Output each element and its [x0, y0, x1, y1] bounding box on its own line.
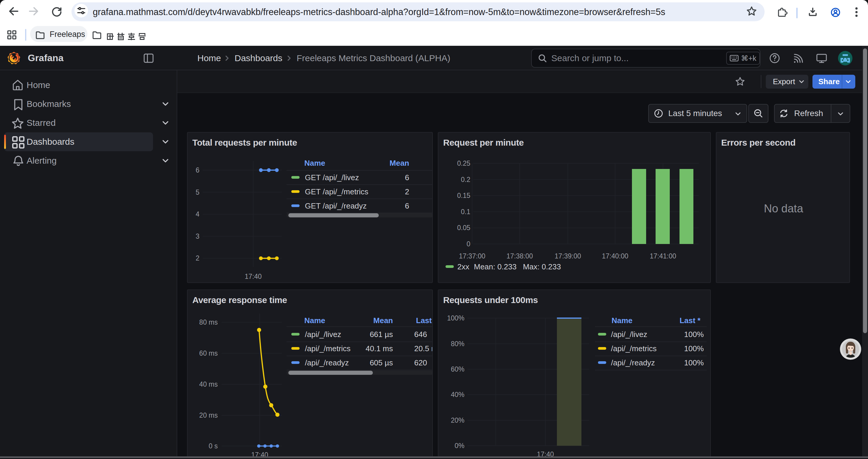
svg-text:17:40:00: 17:40:00: [602, 252, 628, 260]
svg-text:5: 5: [195, 189, 199, 196]
svg-text:17:38:00: 17:38:00: [506, 252, 533, 260]
svg-text:3: 3: [195, 232, 199, 240]
svg-text:0: 0: [466, 240, 470, 248]
svg-text:80%: 80%: [451, 340, 464, 348]
svg-text:20%: 20%: [451, 417, 464, 424]
svg-text:0 s: 0 s: [209, 442, 218, 450]
svg-text:0.05: 0.05: [457, 224, 470, 232]
svg-text:17:41:00: 17:41:00: [650, 252, 676, 260]
svg-text:20 ms: 20 ms: [199, 412, 218, 419]
svg-text:0.15: 0.15: [457, 192, 470, 199]
svg-text:80 ms: 80 ms: [199, 319, 218, 326]
svg-text:0.2: 0.2: [461, 176, 470, 184]
svg-text:0.25: 0.25: [457, 160, 470, 167]
svg-text:0%: 0%: [455, 442, 464, 450]
svg-text:100%: 100%: [447, 314, 464, 322]
svg-text:60 ms: 60 ms: [199, 350, 218, 357]
svg-text:4: 4: [195, 210, 199, 218]
svg-text:17:40: 17:40: [245, 273, 262, 280]
svg-text:6: 6: [195, 166, 199, 174]
svg-text:17:39:00: 17:39:00: [555, 252, 581, 260]
svg-text:60%: 60%: [451, 365, 464, 373]
svg-text:2: 2: [195, 254, 199, 262]
svg-text:0.1: 0.1: [461, 208, 470, 216]
svg-text:17:37:00: 17:37:00: [459, 252, 486, 260]
svg-text:40 ms: 40 ms: [199, 381, 218, 388]
svg-text:40%: 40%: [451, 391, 464, 398]
